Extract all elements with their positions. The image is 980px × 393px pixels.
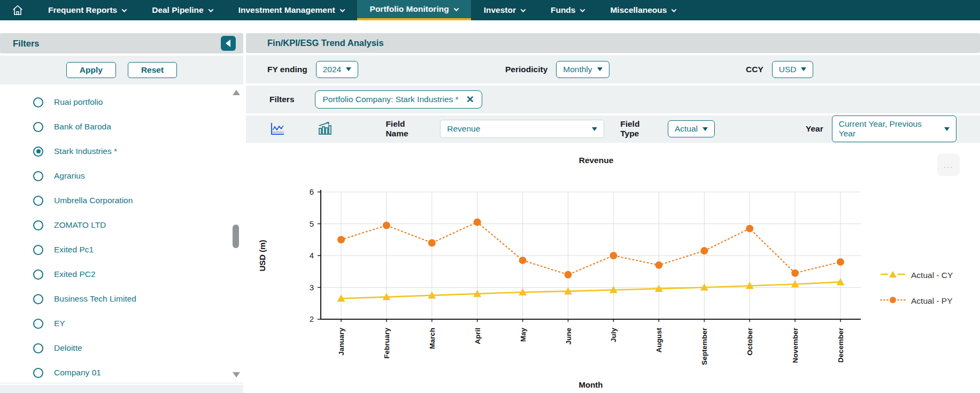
scroll-down-icon[interactable] bbox=[233, 372, 240, 377]
company-list: Ruai portfolioBank of BarodaStark Indust… bbox=[0, 84, 243, 383]
field-name-label: Field Name bbox=[385, 119, 429, 138]
company-option-label: Company 01 bbox=[54, 368, 101, 377]
field-type-dropdown[interactable]: Actual bbox=[668, 120, 715, 137]
company-option-label: Umbrella Corporation bbox=[54, 196, 133, 205]
data-point-marker bbox=[519, 257, 527, 264]
radio-icon[interactable] bbox=[33, 294, 43, 304]
radio-icon[interactable] bbox=[33, 97, 43, 107]
nav-item-label: Frequent Reports bbox=[48, 5, 117, 15]
series-line-actual-cy bbox=[341, 282, 840, 298]
x-tick-label: September bbox=[700, 327, 708, 365]
bar-chart-toggle[interactable] bbox=[317, 121, 333, 137]
svg-text:4: 4 bbox=[310, 251, 314, 260]
company-option-label: ZOMATO LTD bbox=[54, 220, 106, 230]
filters-header: Filters bbox=[0, 33, 243, 53]
radio-icon[interactable] bbox=[33, 343, 43, 353]
data-point-marker bbox=[837, 258, 844, 266]
legend-item-label: Actual - PY bbox=[911, 296, 953, 306]
list-scrollbar[interactable] bbox=[232, 84, 240, 383]
nav-item-label: Investor bbox=[484, 5, 516, 15]
data-point-marker bbox=[609, 252, 617, 259]
line-chart-toggle[interactable] bbox=[269, 121, 285, 137]
filter-chip[interactable]: Portfolio Company: Stark Industries * ✕ bbox=[315, 90, 482, 109]
legend-item-actual-cy[interactable]: Actual - CY bbox=[880, 270, 953, 281]
data-point-marker bbox=[474, 219, 481, 226]
more-options-button[interactable]: ... bbox=[937, 153, 960, 176]
company-option-umbrella-corporation[interactable]: Umbrella Corporation bbox=[33, 188, 211, 213]
x-tick-label: August bbox=[655, 328, 663, 353]
company-option-business-tech-limited[interactable]: Business Tech Limited bbox=[33, 287, 211, 311]
data-point-marker bbox=[565, 271, 572, 279]
ccy-dropdown[interactable]: USD bbox=[772, 61, 814, 78]
collapse-sidebar-button[interactable] bbox=[221, 36, 236, 51]
year-dropdown[interactable]: Current Year, Previous Year bbox=[832, 115, 956, 142]
data-point-marker bbox=[337, 236, 345, 243]
field-name-value: Revenue bbox=[447, 124, 480, 134]
radio-icon[interactable] bbox=[33, 196, 43, 206]
x-tick-label: March bbox=[428, 328, 436, 349]
company-option-stark-industries-[interactable]: Stark Industries * bbox=[33, 139, 211, 164]
x-axis-label: Month bbox=[579, 380, 603, 389]
nav-item-investor[interactable]: Investor bbox=[471, 0, 538, 20]
company-option-deloitte[interactable]: Deloitte bbox=[33, 336, 211, 360]
periodicity-dropdown[interactable]: Monthly bbox=[556, 61, 609, 78]
x-tick-label: December bbox=[837, 327, 845, 363]
periodicity-value: Monthly bbox=[563, 65, 592, 74]
nav-item-miscellaneous[interactable]: Miscellaneous bbox=[597, 0, 689, 20]
nav-item-label: Portfolio Monitoring bbox=[370, 4, 449, 14]
radio-icon[interactable] bbox=[33, 319, 43, 329]
nav-item-label: Miscellaneous bbox=[610, 5, 667, 15]
company-option-bank-of-baroda[interactable]: Bank of Baroda bbox=[33, 114, 211, 139]
company-option-exited-pc2[interactable]: Exited PC2 bbox=[33, 262, 211, 287]
x-tick-label: February bbox=[383, 328, 391, 359]
x-tick-label: April bbox=[474, 328, 482, 344]
reset-button[interactable]: Reset bbox=[128, 62, 177, 78]
company-option-label: Deloitte bbox=[54, 343, 82, 353]
legend-circle-marker-icon bbox=[880, 296, 906, 306]
company-option-agrarius[interactable]: Agrarius bbox=[33, 164, 211, 188]
year-label: Year bbox=[806, 124, 823, 134]
apply-button[interactable]: Apply bbox=[66, 62, 116, 78]
radio-icon[interactable] bbox=[33, 368, 43, 378]
company-option-label: Exited Pc1 bbox=[54, 245, 94, 255]
radio-icon[interactable] bbox=[33, 245, 43, 255]
series-line-actual-py bbox=[341, 222, 840, 275]
radio-icon[interactable] bbox=[33, 122, 43, 132]
radio-icon[interactable] bbox=[33, 171, 43, 181]
company-option-exited-pc1[interactable]: Exited Pc1 bbox=[33, 237, 211, 262]
nav-item-funds[interactable]: Funds bbox=[538, 0, 598, 20]
page-header: Fin/KPI/ESG Trend Analysis bbox=[246, 33, 980, 53]
nav-item-frequent-reports[interactable]: Frequent Reports bbox=[35, 0, 139, 20]
radio-selected-icon[interactable] bbox=[33, 147, 43, 157]
home-button[interactable] bbox=[0, 0, 35, 20]
collapse-left-icon bbox=[226, 40, 230, 47]
nav-item-deal-pipeline[interactable]: Deal Pipeline bbox=[139, 0, 225, 20]
company-option-label: Agrarius bbox=[54, 171, 85, 181]
chevron-down-icon bbox=[521, 7, 526, 12]
nav-item-investment-management[interactable]: Investment Management bbox=[226, 0, 357, 20]
radio-icon[interactable] bbox=[33, 269, 43, 280]
scrollbar-thumb[interactable] bbox=[233, 225, 239, 248]
legend-item-actual-py[interactable]: Actual - PY bbox=[880, 296, 953, 306]
fy-ending-label: FY ending bbox=[267, 65, 307, 74]
bar-chart-icon bbox=[317, 122, 332, 136]
fy-ending-value: 2024 bbox=[323, 65, 341, 74]
field-name-dropdown[interactable]: Revenue bbox=[440, 120, 604, 138]
field-type-value: Actual bbox=[675, 124, 698, 134]
close-icon[interactable]: ✕ bbox=[466, 95, 474, 104]
radio-icon[interactable] bbox=[33, 220, 43, 230]
fy-ending-dropdown[interactable]: 2024 bbox=[316, 61, 358, 78]
company-option-ruai-portfolio[interactable]: Ruai portfolio bbox=[33, 90, 211, 114]
scroll-up-icon[interactable] bbox=[233, 90, 240, 95]
dropdown-caret-icon bbox=[346, 67, 351, 71]
legend-triangle-marker-icon bbox=[880, 270, 906, 281]
chevron-down-icon bbox=[453, 6, 459, 11]
company-option-label: EY bbox=[54, 319, 65, 328]
company-option-company-01[interactable]: Company 01 bbox=[33, 360, 211, 383]
nav-item-portfolio-monitoring[interactable]: Portfolio Monitoring bbox=[357, 0, 471, 20]
company-option-zomato-ltd[interactable]: ZOMATO LTD bbox=[33, 213, 211, 237]
chevron-down-icon bbox=[339, 7, 345, 12]
company-option-ey[interactable]: EY bbox=[33, 311, 211, 336]
year-value: Current Year, Previous Year bbox=[839, 119, 939, 138]
field-type-label: Field Type bbox=[620, 119, 660, 138]
